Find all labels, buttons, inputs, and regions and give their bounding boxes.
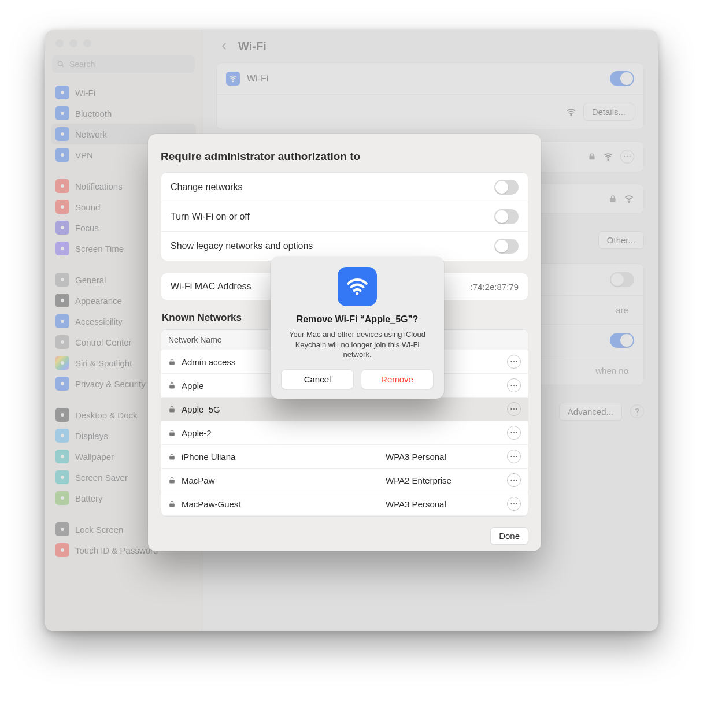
toggle-wifi-onoff[interactable] xyxy=(494,209,519,224)
cell-options: ⋯ xyxy=(500,350,528,373)
row-options-button[interactable]: ⋯ xyxy=(507,402,521,416)
cell-options: ⋯ xyxy=(500,398,528,421)
mac-value: :74:2e:87:79 xyxy=(471,282,519,292)
cell-security xyxy=(379,404,500,414)
row-label: Change networks xyxy=(171,182,243,192)
row-options-button[interactable]: ⋯ xyxy=(507,473,521,487)
sheet-title: Require administrator authorization to xyxy=(161,150,528,163)
cell-security: WPA2 Enterprise xyxy=(379,471,500,490)
row-label: Show legacy networks and options xyxy=(171,241,313,251)
table-row[interactable]: Apple-2⋯ xyxy=(161,421,528,445)
cell-options: ⋯ xyxy=(500,374,528,397)
cell-security: WPA3 Personal xyxy=(379,447,500,466)
cell-name: MacPaw-Guest xyxy=(161,495,379,514)
cell-name: Apple_5G xyxy=(161,400,379,419)
cell-options: ⋯ xyxy=(500,421,528,444)
remove-button[interactable]: Remove xyxy=(361,369,434,389)
alert-body: Your Mac and other devices using iCloud … xyxy=(281,329,434,360)
cancel-button[interactable]: Cancel xyxy=(281,369,354,389)
cell-name: iPhone Uliana xyxy=(161,447,379,466)
cell-options: ⋯ xyxy=(500,445,528,468)
toggle-legacy[interactable] xyxy=(494,239,519,254)
table-row[interactable]: MacPawWPA2 Enterprise⋯ xyxy=(161,469,528,492)
svg-point-27 xyxy=(356,292,359,295)
table-row[interactable]: Apple_5G⋯ xyxy=(161,398,528,421)
system-settings-window: Search Wi-FiBluetoothNetworkVPNNotificat… xyxy=(45,30,658,631)
row-options-button[interactable]: ⋯ xyxy=(507,378,521,392)
row-label: Turn Wi-Fi on or off xyxy=(171,211,250,222)
cell-security: WPA3 Personal xyxy=(379,495,500,514)
alert-title: Remove Wi-Fi “Apple_5G”? xyxy=(297,314,419,325)
known-networks-heading: Known Networks xyxy=(162,312,242,324)
cell-name: Apple-2 xyxy=(161,424,379,443)
cell-security xyxy=(379,428,500,437)
wifi-app-icon xyxy=(338,267,377,306)
mac-label: Wi-Fi MAC Address xyxy=(171,281,251,292)
table-row[interactable]: iPhone UlianaWPA3 Personal⋯ xyxy=(161,445,528,469)
toggle-change-networks[interactable] xyxy=(494,180,519,195)
row-options-button[interactable]: ⋯ xyxy=(507,450,521,463)
cell-name: MacPaw xyxy=(161,471,379,490)
row-options-button[interactable]: ⋯ xyxy=(507,355,521,369)
done-button[interactable]: Done xyxy=(490,527,528,545)
row-options-button[interactable]: ⋯ xyxy=(507,497,521,511)
admin-auth-card: Change networks Turn Wi-Fi on or off Sho… xyxy=(161,172,528,261)
remove-network-dialog: Remove Wi-Fi “Apple_5G”? Your Mac and ot… xyxy=(271,257,444,399)
row-options-button[interactable]: ⋯ xyxy=(507,426,521,440)
col-options xyxy=(500,330,528,350)
table-row[interactable]: MacPaw-GuestWPA3 Personal⋯ xyxy=(161,492,528,516)
cell-options: ⋯ xyxy=(500,492,528,515)
cell-options: ⋯ xyxy=(500,469,528,492)
